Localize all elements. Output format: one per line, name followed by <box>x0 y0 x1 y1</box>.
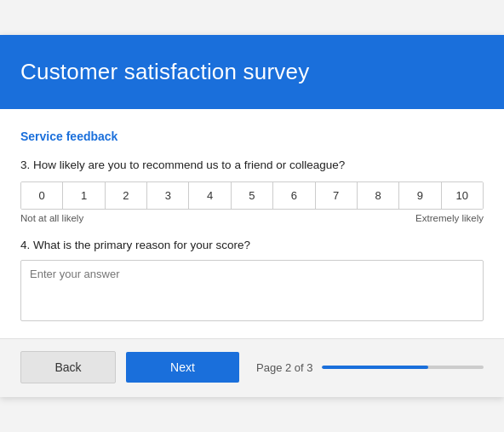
question-4-text: What is the primary reason for your scor… <box>33 239 250 251</box>
survey-container: Customer satisfaction survey Service fee… <box>0 35 504 397</box>
rating-cell[interactable]: 2 <box>106 182 147 209</box>
rating-cell[interactable]: 7 <box>316 182 358 209</box>
rating-cell[interactable]: 1 <box>63 182 105 209</box>
next-button[interactable]: Next <box>126 352 239 383</box>
survey-header: Customer satisfaction survey <box>0 35 504 109</box>
survey-footer: Back Next Page 2 of 3 <box>0 338 504 397</box>
question-4-label: 4. What is the primary reason for your s… <box>20 239 484 251</box>
progress-bar-background <box>322 366 484 369</box>
rating-label-left: Not at all likely <box>20 213 83 223</box>
rating-labels: Not at all likely Extremely likely <box>20 213 484 223</box>
rating-cell[interactable]: 9 <box>399 182 441 209</box>
survey-title: Customer satisfaction survey <box>20 59 484 85</box>
survey-body: Service feedback 3. How likely are you t… <box>0 109 504 338</box>
question-4-number: 4. <box>20 239 30 251</box>
answer-textarea[interactable] <box>20 260 484 321</box>
rating-scale: 012345678910 <box>20 181 484 210</box>
rating-cell[interactable]: 0 <box>21 182 63 209</box>
rating-cell[interactable]: 6 <box>273 182 315 209</box>
question-3-number: 3. <box>20 158 30 171</box>
rating-scale-container: 012345678910 Not at all likely Extremely… <box>20 181 484 223</box>
page-info: Page 2 of 3 <box>256 361 484 374</box>
rating-label-right: Extremely likely <box>415 213 484 223</box>
rating-cell[interactable]: 10 <box>442 182 483 209</box>
page-text: Page 2 of 3 <box>256 361 313 374</box>
question-3-label: 3. How likely are you to recommend us to… <box>20 158 484 171</box>
back-button[interactable]: Back <box>20 351 116 383</box>
rating-cell[interactable]: 3 <box>147 182 189 209</box>
section-label: Service feedback <box>20 130 484 143</box>
question-3-text: How likely are you to recommend us to a … <box>33 158 345 171</box>
rating-cell[interactable]: 4 <box>189 182 231 209</box>
rating-cell[interactable]: 5 <box>232 182 273 209</box>
progress-bar-fill <box>322 366 429 369</box>
rating-cell[interactable]: 8 <box>358 182 399 209</box>
